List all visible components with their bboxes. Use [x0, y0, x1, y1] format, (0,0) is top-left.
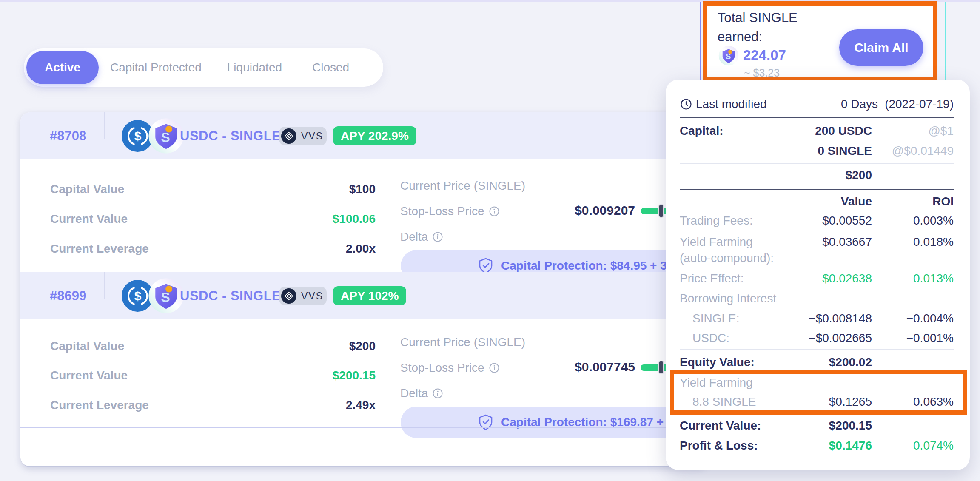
- platform-name: VVS: [301, 131, 323, 142]
- trading-fees-row: Trading Fees: $0.00552 0.003%: [680, 213, 954, 229]
- current-price-label: Current Price (SINGLE): [400, 334, 525, 351]
- stat-value: $100.06: [333, 212, 376, 226]
- info-icon[interactable]: [489, 362, 500, 373]
- roi-column-header: ROI: [872, 195, 954, 208]
- stat-row: Capital Value $200: [50, 338, 376, 355]
- profit-loss-row: Profit & Loss: $0.1476 0.074%: [680, 438, 954, 454]
- capital-total-row: $200: [680, 167, 954, 183]
- apy-badge: APY 102%: [333, 286, 406, 305]
- vvs-icon: [281, 128, 296, 144]
- divider: [20, 427, 708, 428]
- capital-amount: 200 USDC: [763, 124, 872, 138]
- info-icon[interactable]: [489, 206, 500, 217]
- position-row-header[interactable]: #8699 $ S USDC - SINGLE: [20, 272, 708, 319]
- slider-handle[interactable]: [658, 204, 664, 218]
- capital-price: @$0.01449: [872, 144, 954, 158]
- yield-farming-value-row: 8.8 SINGLE $0.1265 0.063%: [680, 394, 954, 410]
- earned-amount: 224.07: [743, 47, 786, 63]
- stat-row: Current Leverage 2.49x: [50, 397, 376, 414]
- divider: [680, 117, 954, 118]
- svg-text:$: $: [134, 129, 141, 143]
- yield-farming-label-row: Yield Farming: [680, 375, 954, 391]
- stat-value: $100: [349, 182, 376, 196]
- tab-capital-protected[interactable]: Capital Protected: [110, 61, 202, 74]
- total-single-earned-card: Total SINGLE earned: S 224.07 ~ $3.23 Cl…: [703, 1, 937, 82]
- divider: [104, 112, 105, 139]
- yield-farming-compound-row: Yield Farming $0.03667 0.018%: [680, 234, 954, 250]
- borrowing-usdc-row: USDC: −$0.002665 −0.001%: [680, 330, 954, 346]
- vvs-icon: [281, 288, 296, 304]
- earned-usd-value: ~ $3.23: [744, 67, 780, 79]
- stat-label: Current Value: [50, 212, 128, 226]
- positions-tab-bar: Active Capital Protected Liquidated Clos…: [24, 48, 383, 87]
- stat-row: Capital Value $100: [50, 181, 376, 198]
- apy-badge: APY 202.9%: [333, 126, 416, 145]
- stat-row: Current Value $200.15: [50, 367, 376, 384]
- price-effect-row: Price Effect: $0.02638 0.013%: [680, 270, 954, 287]
- stat-label: Current Leverage: [50, 242, 149, 256]
- single-token-icon: S: [718, 46, 739, 66]
- platform-badge-vvs[interactable]: VVS: [279, 127, 327, 145]
- capital-row: 0 SINGLE @$0.01449: [680, 143, 954, 159]
- divider: [680, 163, 954, 164]
- position-row-header[interactable]: #8708 $ S: [20, 112, 708, 159]
- platform-badge-vvs[interactable]: VVS: [279, 287, 327, 305]
- tab-liquidated[interactable]: Liquidated: [227, 61, 282, 74]
- capital-protection-badge: Capital Protection: $169.87 + 8.8SINGLE: [401, 407, 708, 438]
- equity-value-row: Equity Value: $200.02: [680, 354, 954, 370]
- platform-name: VVS: [301, 290, 323, 302]
- position-detail-panel: Last modified 0 Days (2022-07-19) Capita…: [666, 80, 970, 470]
- info-icon[interactable]: [432, 231, 443, 242]
- shield-check-icon: [476, 413, 495, 432]
- delta-label: Delta: [400, 385, 443, 402]
- positions-list: #8708 $ S: [20, 112, 708, 467]
- last-modified-row: Last modified 0 Days (2022-07-19): [680, 96, 954, 112]
- stat-label: Current Leverage: [50, 398, 149, 412]
- divider: [104, 272, 105, 299]
- stoploss-label: Stop-Loss Price: [400, 203, 500, 220]
- stat-row: Current Value $100.06: [50, 211, 376, 228]
- pair-label: USDC - SINGLE: [180, 272, 281, 319]
- position-id: #8699: [50, 272, 97, 319]
- capital-price: @$1: [872, 124, 954, 138]
- last-modified-days: 0 Days: [841, 97, 878, 111]
- column-header-row: Value ROI: [680, 194, 954, 210]
- card-edge-line: [945, 2, 946, 80]
- single-coin-icon: S: [148, 118, 184, 154]
- tab-active[interactable]: Active: [26, 51, 99, 84]
- divider: [680, 189, 954, 190]
- yield-farming-compound-row-line2: (auto-compound):: [680, 250, 954, 266]
- position-id: #8708: [50, 112, 97, 159]
- slider-handle[interactable]: [658, 361, 664, 374]
- card-edge-line: [700, 2, 701, 80]
- current-value-row: Current Value: $200.15: [680, 418, 954, 434]
- stoploss-price-value: $0.007745: [531, 359, 635, 376]
- claim-all-button[interactable]: Claim All: [839, 29, 923, 66]
- capital-row: Capital: 200 USDC @$1: [680, 123, 954, 139]
- stat-value: 2.00x: [346, 242, 376, 256]
- stat-label: Capital Value: [50, 339, 124, 353]
- pair-label: USDC - SINGLE: [180, 112, 281, 159]
- capital-label: Capital:: [680, 124, 763, 138]
- stat-value: $200: [349, 339, 376, 353]
- capital-total: $200: [763, 168, 872, 182]
- capital-amount: 0 SINGLE: [763, 144, 872, 158]
- tab-closed[interactable]: Closed: [312, 61, 349, 74]
- stat-value: 2.49x: [346, 398, 376, 412]
- stoploss-price-value: $0.009207: [531, 202, 635, 219]
- delta-label: Delta: [400, 228, 443, 245]
- clock-icon: [680, 98, 692, 111]
- borrowing-single-row: SINGLE: −$0.008148 −0.004%: [680, 310, 954, 327]
- last-modified-label: Last modified: [696, 97, 767, 111]
- svg-text:$: $: [134, 289, 141, 303]
- divider: [680, 349, 954, 350]
- claim-title: Total SINGLE earned:: [718, 8, 798, 46]
- stat-label: Capital Value: [50, 182, 124, 196]
- stat-row: Current Leverage 2.00x: [50, 240, 376, 257]
- single-coin-icon: S: [148, 278, 184, 314]
- current-price-label: Current Price (SINGLE): [400, 177, 525, 194]
- stoploss-label: Stop-Loss Price: [400, 359, 500, 376]
- last-modified-date: (2022-07-19): [885, 97, 954, 111]
- borrowing-interest-row: Borrowing Interest: [680, 290, 954, 307]
- info-icon[interactable]: [432, 388, 443, 399]
